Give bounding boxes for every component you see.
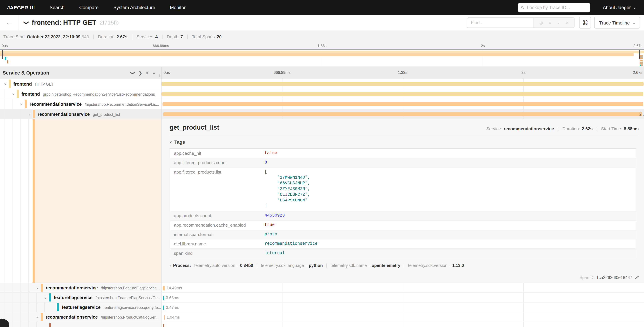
about-jaeger-menu[interactable]: About Jaeger ⌄ [603, 5, 636, 10]
process-item: telemetry.sdk.language = python [261, 263, 323, 268]
span-duration-bar[interactable] [163, 324, 164, 327]
span-timeline-cell[interactable]: 14.49ms [162, 283, 644, 292]
collapse-one-icon[interactable]: ❯ [130, 71, 135, 75]
nav-item-system-architecture[interactable]: System Architecture [113, 5, 155, 10]
expand-one-icon[interactable]: ❯ [138, 71, 142, 75]
span-row-frontend-grpc[interactable]: ∨ frontendgrpc.hipstershop.Recommendatio… [0, 89, 644, 99]
span-color-bar [9, 80, 11, 88]
timeline-tick: 2s [522, 70, 526, 74]
span-name-cell[interactable]: ∨ featureflagservice/hipstershop.Feature… [0, 293, 162, 302]
search-icon [521, 5, 524, 10]
span-operation: /hipstershop.FeatureFlagService/Ge... [96, 296, 161, 300]
collapse-trace-header-icon[interactable]: ❯ [24, 21, 29, 24]
span-timeline-cell[interactable] [162, 322, 644, 327]
span-row-get-product-list-selected[interactable]: ∨ recommendationserviceget_product_list … [0, 109, 644, 119]
deep-link-icon[interactable] [634, 275, 639, 280]
span-duration-bar[interactable] [162, 102, 643, 106]
row-chevron-icon[interactable]: ∨ [36, 315, 39, 319]
keyboard-shortcuts-button[interactable]: ⌘ [579, 17, 591, 28]
span-duration-bar[interactable] [162, 82, 644, 86]
tag-key: app.recommendation.cache_enabled [174, 222, 264, 228]
span-timeline-cell[interactable]: 2.62s [162, 109, 644, 119]
tag-row[interactable]: app.recommendation.cache_enabled true [170, 220, 636, 230]
span-timeline-cell[interactable] [162, 79, 644, 89]
expand-all-icon[interactable]: » [153, 71, 155, 75]
tag-row[interactable]: app.products.count 44530923 [170, 211, 636, 220]
row-chevron-icon[interactable]: ∨ [20, 102, 23, 106]
trace-lookup-input[interactable] [526, 4, 587, 10]
equals-sign: = [368, 264, 370, 268]
span-duration-bar[interactable] [163, 112, 642, 116]
span-duration-bar[interactable] [164, 315, 165, 320]
row-chevron-icon[interactable]: ∨ [28, 112, 31, 116]
start-time-value: 8.58ms [624, 126, 639, 131]
row-chevron-icon[interactable]: ∨ [4, 82, 6, 86]
trace-controls: ◎ ∧ ∨ ✕ ⌘ Trace Timeline ⌄ [467, 17, 640, 28]
trace-minimap[interactable] [0, 49, 644, 66]
minimap-left-scrubber-handle[interactable] [2, 50, 3, 59]
collapse-all-icon[interactable]: » [145, 72, 150, 74]
focus-match-icon[interactable]: ◎ [540, 21, 543, 25]
process-value: 1.13.0 [452, 263, 464, 268]
column-resizer-handle[interactable]: ∥ [159, 74, 160, 77]
span-duration-bar[interactable] [163, 296, 164, 300]
span-name-cell[interactable] [0, 322, 162, 327]
span-row-partial[interactable] [0, 322, 644, 327]
nav-item-compare[interactable]: Compare [79, 5, 98, 10]
row-chevron-icon[interactable]: ∨ [12, 92, 14, 96]
clear-find-icon[interactable]: ✕ [566, 21, 569, 25]
span-duration-bar[interactable] [163, 286, 165, 290]
find-input[interactable] [467, 18, 534, 28]
tag-row[interactable]: app.cache_hit false [170, 149, 636, 158]
span-name-cell[interactable]: ∨ frontendHTTP GET [0, 79, 162, 89]
span-name-cell[interactable]: ∨ recommendationservice/hipstershop.Feat… [0, 283, 162, 292]
selected-span-fill [35, 119, 161, 283]
tag-row[interactable]: app.filtered_products.count 8 [170, 158, 636, 167]
timeline-ticks-header: 0μs 666.89ms 1.33s 2s 2.67s [162, 67, 644, 78]
tag-row[interactable]: span.kind internal [170, 248, 636, 258]
span-name-cell[interactable]: ∨ recommendationserviceget_product_list [0, 109, 162, 119]
tag-row-list[interactable]: app.filtered_products.list [ "1YMWWN1N4O… [170, 167, 636, 211]
tag-row[interactable]: internal.span.format proto [170, 230, 636, 239]
next-match-icon[interactable]: ∨ [557, 21, 560, 25]
process-key: telemetry.sdk.language [261, 263, 304, 268]
trace-title-wrap[interactable]: ❯ frontend: HTTP GET 2f715fb [24, 19, 119, 26]
span-row-recommendation-grpc[interactable]: ∨ recommendationservice/hipstershop.Reco… [0, 99, 644, 109]
nav-item-monitor[interactable]: Monitor [170, 5, 186, 10]
span-timeline-cell[interactable]: 1.04ms [162, 312, 644, 322]
span-name-cell[interactable]: featureflagservicefeatureflagservice.rep… [0, 302, 162, 312]
app-brand[interactable]: JAEGER UI [7, 4, 35, 10]
trace-title-bar: ← ❯ frontend: HTTP GET 2f715fb ◎ ∧ ∨ ✕ ⌘… [0, 15, 644, 31]
prev-match-icon[interactable]: ∧ [548, 21, 552, 25]
tree-guide [20, 302, 20, 312]
span-row-productcatalog-grpc-parent[interactable]: ∨ recommendationservice/hipstershop.Prod… [0, 312, 644, 322]
span-operation: HTTP GET [35, 82, 54, 86]
span-row-featureflag-grpc-parent[interactable]: ∨ recommendationservice/hipstershop.Feat… [0, 283, 644, 293]
trace-view-selector[interactable]: Trace Timeline ⌄ [594, 17, 640, 28]
span-timeline-cell[interactable]: 3.68ms [162, 293, 644, 302]
tree-guide [4, 293, 4, 302]
span-duration-bar[interactable] [162, 92, 643, 96]
span-row-featureflagservice-repo-query[interactable]: featureflagservicefeatureflagservice.rep… [0, 302, 644, 312]
span-duration-bar[interactable] [163, 306, 164, 310]
span-name-wrap: frontendgrpc.hipstershop.RecommendationS… [22, 91, 155, 97]
span-timeline-cell[interactable] [162, 89, 644, 99]
process-row[interactable]: › Process: telemetry.auto.version = 0.34… [170, 263, 639, 268]
span-name-cell[interactable]: ∨ recommendationservice/hipstershop.Reco… [0, 99, 162, 109]
row-chevron-icon[interactable]: ∨ [44, 296, 47, 299]
span-timeline-cell[interactable] [162, 99, 644, 109]
span-name-wrap: featureflagservice/hipstershop.FeatureFl… [54, 294, 161, 300]
back-button-column: ← [0, 15, 18, 30]
nav-item-search[interactable]: Search [50, 5, 64, 10]
span-name-cell[interactable]: ∨ frontendgrpc.hipstershop.Recommendatio… [0, 89, 162, 99]
back-arrow-icon[interactable]: ← [6, 20, 12, 26]
span-name-cell[interactable]: ∨ recommendationservice/hipstershop.Prod… [0, 312, 162, 322]
span-row-featureflagservice-grpc[interactable]: ∨ featureflagservice/hipstershop.Feature… [0, 293, 644, 302]
span-timeline-cell[interactable]: 3.47ms [162, 302, 644, 312]
span-row-frontend-http-get[interactable]: ∨ frontendHTTP GET [0, 79, 644, 89]
tag-value: 8 [264, 160, 267, 166]
json-bracket: ] [264, 204, 267, 208]
tag-row[interactable]: otel.library.name recommendationservice [170, 239, 636, 248]
row-chevron-icon[interactable]: ∨ [36, 286, 39, 290]
tags-section-toggle[interactable]: ∨ Tags [170, 139, 639, 145]
